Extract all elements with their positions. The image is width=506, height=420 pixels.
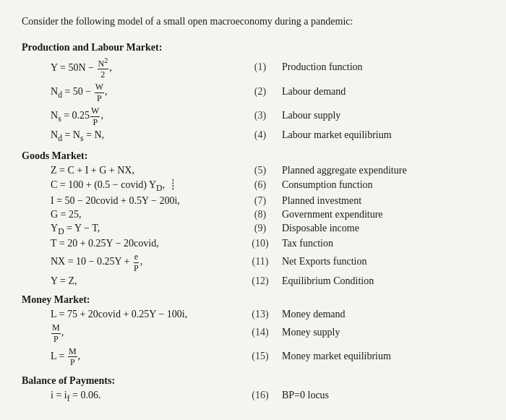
eq-number: (8) xyxy=(239,209,282,220)
equation-row: Ns = 0.25WP, (3) Labour supply xyxy=(22,106,484,127)
eq-formula: MP, xyxy=(51,322,239,344)
equation-row: L = MP, (15) Money market equilibrium xyxy=(22,346,484,368)
content-sections: Production and Labour Market: Y = 50N − … xyxy=(22,42,484,403)
eq-label: Labour supply xyxy=(282,110,340,121)
eq-label: Equilibrium Condition xyxy=(282,275,374,287)
eq-label: BP=0 locus xyxy=(282,390,329,401)
eq-number: (13) xyxy=(239,309,282,320)
eq-number: (6) xyxy=(239,179,282,191)
eq-formula: Y = Z, xyxy=(51,275,239,287)
equation-row: C = 100 + (0.5 − covid) YD, ┊ (6) Consum… xyxy=(22,179,484,193)
eq-label: Planned aggregate expenditure xyxy=(282,165,407,176)
eq-number: (12) xyxy=(239,275,282,287)
eq-label: Money demand xyxy=(282,309,345,320)
eq-label: Net Exports function xyxy=(282,256,366,267)
eq-number: (1) xyxy=(239,61,282,73)
eq-formula: Z = C + I + G + NX, xyxy=(51,165,239,176)
eq-number: (5) xyxy=(239,165,282,176)
eq-number: (15) xyxy=(239,351,282,362)
eq-label: Money market equilibrium xyxy=(282,351,391,362)
equation-row: NX = 10 − 0.25Y + eP, (11) Net Exports f… xyxy=(22,252,484,273)
section-header-production: Production and Labour Market: xyxy=(22,42,484,53)
eq-formula: I = 50 − 20covid + 0.5Y − 200i, xyxy=(51,195,239,207)
eq-formula: Y = 50N − N22, xyxy=(51,56,239,80)
eq-number: (14) xyxy=(239,327,282,338)
eq-formula: G = 25, xyxy=(51,209,239,220)
eq-formula: L = MP, xyxy=(51,346,239,368)
eq-number: (2) xyxy=(239,86,282,98)
equation-row: MP, (14) Money supply xyxy=(22,322,484,344)
section-goods: Goods Market: Z = C + I + G + NX, (5) Pl… xyxy=(22,150,484,287)
equation-row: YD = Y − T, (9) Disposable income xyxy=(22,223,484,236)
eq-formula: NX = 10 − 0.25Y + eP, xyxy=(51,252,239,273)
equation-row: Y = Z, (12) Equilibrium Condition xyxy=(22,275,484,287)
intro-text: Consider the following model of a small … xyxy=(22,14,484,29)
eq-label: Government expenditure xyxy=(282,209,383,220)
eq-number: (9) xyxy=(239,223,282,234)
eq-number: (4) xyxy=(239,129,282,141)
eq-label: Disposable income xyxy=(282,223,359,234)
eq-formula: i = if = 0.06. xyxy=(51,390,239,403)
section-header-money: Money Market: xyxy=(22,294,484,306)
eq-number: (11) xyxy=(239,256,282,267)
eq-formula: Nd = 50 − WP, xyxy=(51,82,239,103)
eq-number: (16) xyxy=(239,390,282,401)
eq-formula: Ns = 0.25WP, xyxy=(51,106,239,127)
eq-formula: L = 75 + 20covid + 0.25Y − 100i, xyxy=(51,309,239,320)
eq-formula: Nd = Ns = N, xyxy=(51,129,239,143)
section-header-bop: Balance of Payments: xyxy=(22,375,484,387)
eq-label: Labour demand xyxy=(282,86,346,98)
eq-label: Planned investment xyxy=(282,195,361,207)
eq-label: Money supply xyxy=(282,327,340,338)
eq-formula: YD = Y − T, xyxy=(51,223,239,236)
eq-label: Tax function xyxy=(282,238,333,249)
equation-row: G = 25, (8) Government expenditure xyxy=(22,209,484,220)
section-production: Production and Labour Market: Y = 50N − … xyxy=(22,42,484,143)
eq-number: (3) xyxy=(239,110,282,121)
section-bop: Balance of Payments: i = if = 0.06. (16)… xyxy=(22,375,484,403)
equation-row: T = 20 + 0.25Y − 20covid, (10) Tax funct… xyxy=(22,238,484,249)
equation-row: Y = 50N − N22, (1) Production function xyxy=(22,56,484,80)
eq-number: (10) xyxy=(239,238,282,249)
eq-label: Labour market equilibrium xyxy=(282,129,392,141)
section-money: Money Market: L = 75 + 20covid + 0.25Y −… xyxy=(22,294,484,368)
eq-number: (7) xyxy=(239,195,282,207)
equation-row: i = if = 0.06. (16) BP=0 locus xyxy=(22,390,484,403)
equation-row: L = 75 + 20covid + 0.25Y − 100i, (13) Mo… xyxy=(22,309,484,320)
equation-row: Nd = Ns = N, (4) Labour market equilibri… xyxy=(22,129,484,143)
eq-label: Consumption function xyxy=(282,179,373,191)
equation-row: I = 50 − 20covid + 0.5Y − 200i, (7) Plan… xyxy=(22,195,484,207)
equation-row: Nd = 50 − WP, (2) Labour demand xyxy=(22,82,484,103)
section-header-goods: Goods Market: xyxy=(22,150,484,162)
equation-row: Z = C + I + G + NX, (5) Planned aggregat… xyxy=(22,165,484,176)
eq-formula: T = 20 + 0.25Y − 20covid, xyxy=(51,238,239,249)
eq-label: Production function xyxy=(282,61,363,73)
eq-formula: C = 100 + (0.5 − covid) YD, ┊ xyxy=(51,179,239,193)
